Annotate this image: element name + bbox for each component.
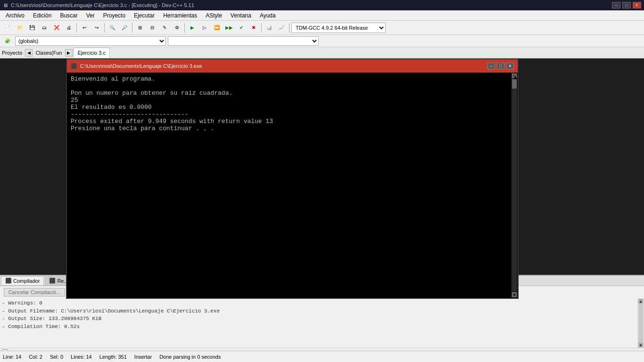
syntax-check-button[interactable]: ⚙ xyxy=(171,22,182,33)
compile-button[interactable]: ▶ xyxy=(187,22,198,33)
console-line-1 xyxy=(71,82,507,90)
menu-herramientas[interactable]: Herramientas xyxy=(159,11,201,20)
compile-run-button[interactable]: ⏩ xyxy=(211,22,223,33)
output-scroll-track xyxy=(638,304,643,343)
title-bar-controls: ─ □ ✕ xyxy=(612,2,641,8)
console-title-left: ⬛ C:\Users\riosi\Documents\Lenguaje C\Ej… xyxy=(71,63,202,69)
find-button[interactable]: 🔍 xyxy=(107,22,118,33)
toggle-comment-button[interactable]: ✎ xyxy=(159,22,170,33)
console-scroll-thumb[interactable] xyxy=(512,79,517,89)
output-line-2: - Output Size: 133.208984375 KiB xyxy=(2,315,636,323)
output-scrollbar: ▲ ▼ xyxy=(637,298,644,348)
toolbar-separator-6 xyxy=(289,23,289,33)
debug-button[interactable]: 📊 xyxy=(264,22,275,33)
status-insert: Insertar xyxy=(134,354,152,360)
output-line-0: - Warnings: 0 xyxy=(2,299,636,307)
status-line: Line: 14 xyxy=(3,354,21,360)
compilador-icon: ⬛ xyxy=(5,278,12,284)
console-controls: ─ □ ✕ xyxy=(487,63,514,69)
toolbar-separator-2 xyxy=(104,23,105,33)
console-scroll-track xyxy=(512,79,517,291)
menu-edicion[interactable]: Edición xyxy=(29,11,55,20)
console-close-button[interactable]: ✕ xyxy=(506,63,514,69)
indent-button[interactable]: ⊞ xyxy=(134,22,146,33)
close-file-button[interactable]: ❌ xyxy=(51,22,62,33)
function-select[interactable] xyxy=(168,36,319,46)
console-icon: ⬛ xyxy=(71,63,77,69)
menu-proyecto[interactable]: Proyecto xyxy=(99,11,129,20)
output-scroll-up[interactable]: ▲ xyxy=(638,299,643,304)
output-scroll-down[interactable]: ▼ xyxy=(638,343,643,347)
class-wizard-button[interactable]: 🧩 xyxy=(2,35,13,47)
menu-buscar[interactable]: Buscar xyxy=(56,11,81,20)
output-line-3: - Compilation Time: 0.52s xyxy=(2,323,636,331)
console-body-wrapper: Bienvenido al programa. Pon un numero pa… xyxy=(67,73,518,298)
tab-ejercicio3c[interactable]: Ejercicio 3.c xyxy=(74,48,110,58)
toolbar-separator-1 xyxy=(76,23,77,33)
maximize-button[interactable]: □ xyxy=(622,2,631,8)
menu-archivo[interactable]: Archivo xyxy=(2,11,28,20)
console-title: C:\Users\riosi\Documents\Lenguaje C\Ejer… xyxy=(80,63,202,69)
title-bar-left: 🖥 C:\Users\riosi\Documents\Lenguaje C\Ej… xyxy=(3,2,194,8)
console-output: Bienvenido al programa. Pon un numero pa… xyxy=(67,73,511,298)
console-scrollbar: ▲ ▼ xyxy=(511,73,518,298)
check-button[interactable]: ✔ xyxy=(236,22,247,33)
menu-ejecutar[interactable]: Ejecutar xyxy=(130,11,158,20)
compiler-select[interactable]: TDM-GCC 4.9.2 64-bit Release xyxy=(291,23,386,33)
output-line-1: - Output Filename: C:\Users\riosi\Docume… xyxy=(2,307,636,315)
workspace: ⬛ C:\Users\riosi\Documents\Lenguaje C\Ej… xyxy=(0,58,644,362)
tab-compilador[interactable]: ⬛ Compilador xyxy=(1,276,44,286)
open-file-button[interactable]: 📁 xyxy=(14,22,25,33)
menu-ayuda[interactable]: Ayuda xyxy=(256,11,280,20)
menu-astyle[interactable]: AStyle xyxy=(202,11,226,20)
toolbar-separator-4 xyxy=(184,23,185,33)
project-label: Proyecto xyxy=(2,50,22,56)
debug2-button[interactable]: 📈 xyxy=(276,22,287,33)
main-toolbar: 📄 📁 💾 🗂 ❌ 🖨 ↩ ↪ 🔍 🔎 ⊞ ⊟ ✎ ⚙ ▶ ▷ ⏩ ▶▶ ✔ ✖… xyxy=(0,21,644,35)
console-scroll-up[interactable]: ▲ xyxy=(512,74,517,78)
classes-fun-label: Clases(Fun xyxy=(35,50,62,56)
status-sel: Sel: 0 xyxy=(50,354,63,360)
stop-button[interactable]: ✖ xyxy=(248,22,259,33)
save-all-button[interactable]: 🗂 xyxy=(39,22,50,33)
save-file-button[interactable]: 💾 xyxy=(26,22,38,33)
replace-button[interactable]: 🔎 xyxy=(119,22,130,33)
print-button[interactable]: 🖨 xyxy=(63,22,74,33)
console-minimize-button[interactable]: ─ xyxy=(487,63,495,69)
unindent-button[interactable]: ⊟ xyxy=(147,22,158,33)
console-scroll-down[interactable]: ▼ xyxy=(512,292,517,297)
minimize-button[interactable]: ─ xyxy=(612,2,620,8)
redo-button[interactable]: ↪ xyxy=(91,22,102,33)
console-maximize-button[interactable]: □ xyxy=(497,63,504,69)
console-line-7: Presione una tecla para continuar . . . xyxy=(71,125,507,132)
console-line-4: El resultado es 0.0000 xyxy=(71,104,507,111)
menu-ventana[interactable]: Ventana xyxy=(227,11,255,20)
status-message: Done parsing in 0 seconds xyxy=(159,354,221,360)
console-line-0: Bienvenido al programa. xyxy=(71,75,507,82)
menu-bar: Archivo Edición Buscar Ver Proyecto Ejec… xyxy=(0,10,644,21)
status-lines: Lines: 14 xyxy=(71,354,92,360)
tab-nav-right[interactable]: ▶ xyxy=(65,49,73,57)
menu-ver[interactable]: Ver xyxy=(83,11,99,20)
console-line-2: Pon un numero para obtener su raiz cuadr… xyxy=(71,90,507,97)
scope-toolbar: 🧩 (globals) xyxy=(0,35,644,47)
undo-button[interactable]: ↩ xyxy=(79,22,90,33)
scope-select[interactable]: (globals) xyxy=(15,36,166,46)
console-line-3: 25 xyxy=(71,97,507,104)
run-button[interactable]: ▷ xyxy=(199,22,210,33)
status-col: Col: 2 xyxy=(29,354,42,360)
compile-run2-button[interactable]: ▶▶ xyxy=(223,22,235,33)
resultados-icon: ⬛ xyxy=(49,278,56,284)
output-area: - Warnings: 0 - Output Filename: C:\User… xyxy=(0,298,644,348)
new-file-button[interactable]: 📄 xyxy=(2,22,13,33)
cancel-compile-button[interactable]: Cancelar Compilació... xyxy=(4,288,65,296)
app-window: 🖥 C:\Users\riosi\Documents\Lenguaje C\Ej… xyxy=(0,0,644,362)
console-window: ⬛ C:\Users\riosi\Documents\Lenguaje C\Ej… xyxy=(66,58,519,299)
status-bar: Line: 14 Col: 2 Sel: 0 Lines: 14 Length:… xyxy=(0,351,644,362)
tab-nav-left[interactable]: ◀ xyxy=(25,49,33,57)
window-title: C:\Users\riosi\Documents\Lenguaje C\Ejer… xyxy=(11,2,194,8)
console-line-5: -------------------------------- xyxy=(71,111,507,118)
console-title-bar: ⬛ C:\Users\riosi\Documents\Lenguaje C\Ej… xyxy=(67,59,518,73)
close-button[interactable]: ✕ xyxy=(633,2,641,8)
toolbar-separator-3 xyxy=(132,23,132,33)
